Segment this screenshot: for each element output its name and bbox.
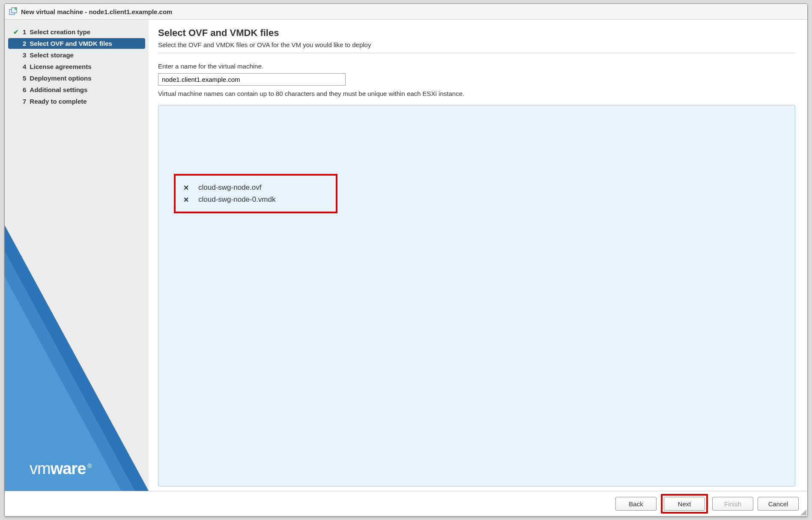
- step-creation-type[interactable]: ✔ 1 Select creation type: [8, 27, 145, 37]
- wizard-main: Select OVF and VMDK files Select the OVF…: [149, 20, 807, 491]
- step-label: License agreements: [30, 63, 91, 70]
- step-label: Select storage: [30, 51, 74, 59]
- step-label: Additional settings: [30, 86, 87, 93]
- vm-icon: [9, 7, 18, 16]
- step-spacer: [12, 98, 19, 105]
- step-number: 6: [23, 86, 26, 93]
- dialog-titlebar: New virtual machine - node1.client1.exam…: [5, 4, 807, 20]
- logo-reg: ®: [87, 463, 91, 469]
- remove-file-icon[interactable]: ✕: [183, 196, 189, 204]
- step-number: 1: [23, 28, 26, 36]
- page-subtitle: Select the OVF and VMDK files or OVA for…: [158, 41, 795, 53]
- step-label: Deployment options: [30, 75, 91, 82]
- finish-button: Finish: [712, 497, 753, 511]
- step-spacer: [12, 63, 19, 70]
- vm-name-input[interactable]: [158, 73, 346, 86]
- file-dropzone[interactable]: ✕ cloud-swg-node.ovf ✕ cloud-swg-node-0.…: [158, 105, 795, 487]
- step-label: Ready to complete: [30, 98, 87, 105]
- logo-ware: ware: [51, 460, 86, 478]
- step-license[interactable]: 4 License agreements: [8, 61, 145, 72]
- next-highlight: Next: [661, 494, 708, 514]
- vmware-logo: vmware®: [30, 460, 92, 478]
- wizard-sidebar: ✔ 1 Select creation type 2 Select OVF an…: [5, 20, 149, 491]
- resize-grip-icon[interactable]: [800, 509, 806, 515]
- new-vm-dialog: New virtual machine - node1.client1.exam…: [4, 3, 808, 517]
- step-number: 4: [23, 63, 26, 70]
- step-ovf-vmdk[interactable]: 2 Select OVF and VMDK files: [8, 38, 145, 49]
- check-icon: ✔: [12, 29, 19, 36]
- step-storage[interactable]: 3 Select storage: [8, 50, 145, 60]
- step-spacer: [12, 40, 19, 47]
- step-spacer: [12, 87, 19, 93]
- vm-name-label: Enter a name for the virtual machine.: [158, 63, 795, 70]
- step-number: 2: [23, 40, 26, 47]
- cancel-button[interactable]: Cancel: [758, 497, 799, 511]
- dialog-title: New virtual machine - node1.client1.exam…: [21, 8, 172, 15]
- logo-vm: vm: [30, 460, 51, 478]
- page-heading: Select OVF and VMDK files: [158, 27, 795, 39]
- vm-name-hint: Virtual machine names can contain up to …: [158, 90, 795, 97]
- file-name: cloud-swg-node.ovf: [198, 183, 261, 192]
- step-deployment[interactable]: 5 Deployment options: [8, 73, 145, 84]
- step-list: ✔ 1 Select creation type 2 Select OVF an…: [5, 20, 149, 114]
- back-button[interactable]: Back: [615, 497, 657, 511]
- step-spacer: [12, 52, 19, 59]
- step-number: 5: [23, 75, 26, 82]
- dialog-footer: Back Next Finish Cancel: [5, 491, 807, 516]
- file-list-highlight: ✕ cloud-swg-node.ovf ✕ cloud-swg-node-0.…: [174, 174, 337, 213]
- step-number: 7: [23, 98, 26, 105]
- next-button[interactable]: Next: [664, 497, 705, 511]
- file-row: ✕ cloud-swg-node.ovf: [183, 182, 328, 194]
- file-row: ✕ cloud-swg-node-0.vmdk: [183, 194, 328, 206]
- step-label: Select OVF and VMDK files: [30, 40, 112, 47]
- remove-file-icon[interactable]: ✕: [183, 184, 189, 192]
- step-ready[interactable]: 7 Ready to complete: [8, 96, 145, 107]
- step-label: Select creation type: [30, 28, 90, 36]
- step-spacer: [12, 75, 19, 82]
- step-additional[interactable]: 6 Additional settings: [8, 84, 145, 95]
- file-name: cloud-swg-node-0.vmdk: [198, 195, 275, 204]
- step-number: 3: [23, 51, 26, 59]
